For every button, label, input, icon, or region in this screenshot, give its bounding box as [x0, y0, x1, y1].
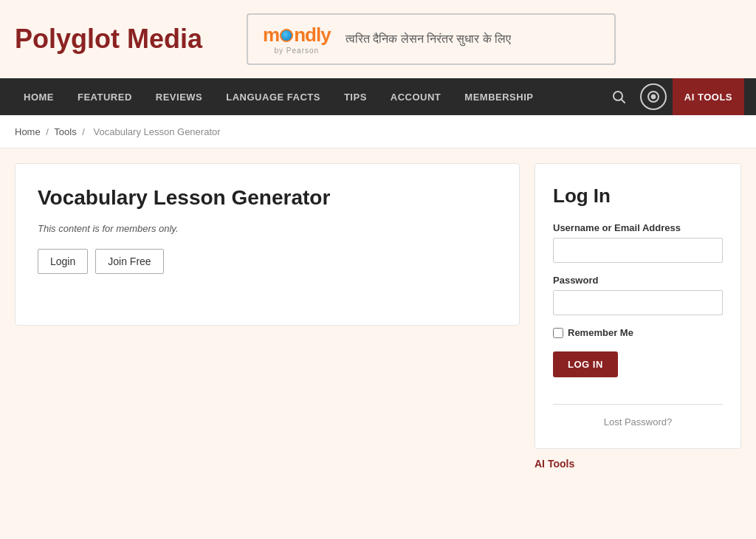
action-buttons: Login Join Free [38, 249, 497, 274]
svg-point-0 [614, 92, 622, 100]
nav-item-featured[interactable]: FEATURED [66, 78, 144, 115]
nav-item-account[interactable]: ACCOUNT [379, 78, 453, 115]
join-free-button[interactable]: Join Free [95, 249, 163, 274]
breadcrumb: Home / Tools / Vocabulary Lesson Generat… [15, 126, 224, 137]
remember-me-checkbox[interactable] [553, 328, 563, 338]
breadcrumb-tools[interactable]: Tools [54, 126, 76, 137]
ad-text: त्वरित दैनिक लेसन निरंतर सुधार के लिए [346, 32, 512, 46]
mondly-logo: m ndly by Pearson [263, 24, 331, 55]
search-icon[interactable] [603, 90, 634, 103]
remember-me-label: Remember Me [568, 327, 633, 338]
ad-banner[interactable]: m ndly by Pearson त्वरित दैनिक लेसन निरं… [247, 13, 616, 65]
ai-tools-section: AI Tools [535, 449, 741, 470]
breadcrumb-home[interactable]: Home [15, 126, 41, 137]
mondly-by-pearson: by Pearson [275, 47, 320, 55]
nav-circle-button[interactable] [640, 83, 667, 110]
ai-tools-link[interactable]: AI Tools [535, 458, 574, 470]
password-label: Password [553, 275, 723, 286]
members-notice: This content is for members only. [38, 223, 497, 234]
log-in-button[interactable]: LOG IN [553, 351, 618, 377]
content-panel: Vocabulary Lesson Generator This content… [15, 163, 520, 326]
mondly-text: m [263, 24, 279, 47]
lost-password-link[interactable]: Lost Password? [553, 416, 723, 428]
nav-items: HOME FEATURED REVIEWS LANGUAGE FACTS TIP… [12, 78, 603, 115]
remember-me-row: Remember Me [553, 327, 723, 338]
navbar: HOME FEATURED REVIEWS LANGUAGE FACTS TIP… [0, 78, 756, 115]
password-input[interactable] [553, 290, 723, 315]
mondly-globe-icon [280, 29, 293, 42]
nav-item-reviews[interactable]: REVIEWS [144, 78, 214, 115]
divider [553, 404, 723, 405]
mondly-text-rest: ndly [294, 24, 330, 47]
login-title: Log In [553, 185, 723, 207]
breadcrumb-bar: Home / Tools / Vocabulary Lesson Generat… [0, 115, 756, 148]
site-title: Polyglot Media [15, 24, 202, 55]
username-input[interactable] [553, 238, 723, 263]
site-header: Polyglot Media m ndly by Pearson त्वरित … [0, 0, 756, 78]
breadcrumb-current: Vocabulary Lesson Generator [94, 126, 221, 137]
svg-line-1 [622, 100, 625, 103]
breadcrumb-sep2: / [82, 126, 85, 137]
page-title: Vocabulary Lesson Generator [38, 186, 497, 210]
login-button[interactable]: Login [38, 249, 88, 274]
nav-item-language-facts[interactable]: LANGUAGE FACTS [214, 78, 332, 115]
nav-item-home[interactable]: HOME [12, 78, 66, 115]
nav-item-tips[interactable]: TIPS [332, 78, 379, 115]
nav-ai-tools[interactable]: AI TOOLS [673, 78, 744, 115]
svg-point-3 [651, 95, 656, 99]
main-content: Vocabulary Lesson Generator This content… [0, 148, 756, 484]
username-label: Username or Email Address [553, 222, 723, 233]
nav-item-membership[interactable]: MEMBERSHIP [453, 78, 545, 115]
breadcrumb-sep1: / [46, 126, 49, 137]
right-side: Log In Username or Email Address Passwor… [535, 163, 741, 470]
login-panel: Log In Username or Email Address Passwor… [535, 163, 741, 449]
